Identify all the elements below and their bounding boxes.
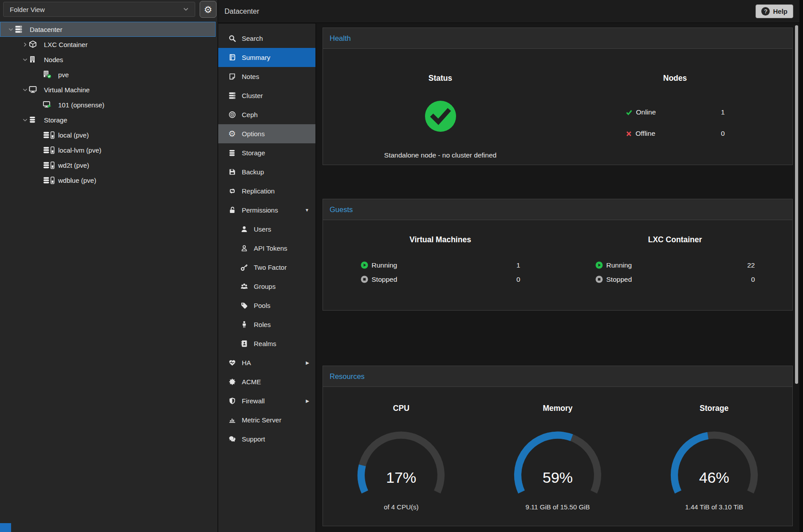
- tree-item-label: LXC Container: [44, 41, 87, 48]
- cube-icon: [29, 40, 37, 48]
- tree-item-label: Datacenter: [30, 26, 62, 33]
- menu-item-backup[interactable]: Backup: [218, 162, 315, 181]
- caret-right-icon: ▶: [306, 360, 309, 365]
- users-icon: [240, 283, 248, 290]
- tree-item-lxc-container[interactable]: LXC Container: [0, 37, 216, 52]
- menu-item-label: Search: [242, 35, 263, 42]
- help-button-label: Help: [773, 8, 787, 15]
- tree-item-storage[interactable]: Storage: [0, 112, 216, 127]
- menu-item-label: Options: [242, 130, 265, 138]
- menu-item-ha[interactable]: HA▶: [218, 353, 315, 372]
- menu-item-api-tokens[interactable]: API Tokens: [218, 239, 315, 258]
- status-message: Standalone node - no cluster defined: [323, 151, 558, 159]
- scrollbar-thumb[interactable]: [795, 25, 798, 384]
- corner-accent: [0, 523, 11, 532]
- gauge-storage: Storage 46%1.44 TiB of 3.10 TiB: [636, 387, 792, 526]
- view-selector-combo[interactable]: Folder View: [3, 2, 195, 17]
- tree-item-label: wd2t (pve): [58, 162, 89, 169]
- menu-item-label: Notes: [242, 73, 259, 80]
- menu-item-search[interactable]: Search: [218, 29, 315, 48]
- menu-item-cluster[interactable]: Cluster: [218, 86, 315, 105]
- menu-item-label: Metric Server: [242, 416, 281, 424]
- search-icon: [228, 35, 236, 42]
- menu-item-label: Storage: [242, 149, 265, 157]
- panel-guests: Guests Virtual MachinesRunning1Stopped0L…: [323, 199, 793, 311]
- tree-item-wdblue-pve[interactable]: wdblue (pve): [0, 173, 216, 188]
- storage-usage-icon: [43, 162, 55, 169]
- menu-item-users[interactable]: Users: [218, 220, 315, 239]
- menu-item-groups[interactable]: Groups: [218, 277, 315, 296]
- menu-item-metric-server[interactable]: Metric Server: [218, 410, 315, 430]
- chevron-down-icon[interactable]: [22, 87, 29, 93]
- menu-item-notes[interactable]: Notes: [218, 67, 315, 86]
- gauge-percent: 46%: [659, 469, 770, 486]
- chevron-down-icon[interactable]: [22, 117, 29, 123]
- menu-item-realms[interactable]: Realms: [218, 334, 315, 353]
- menu-item-label: Backup: [242, 168, 264, 176]
- menu-item-pools[interactable]: Pools: [218, 296, 315, 315]
- user-icon: [240, 225, 248, 233]
- menu-item-support[interactable]: Support: [218, 430, 315, 449]
- tree-item-local-lvm-pve[interactable]: local-lvm (pve): [0, 142, 216, 158]
- gauge-cpu: CPU 17%of 4 CPU(s): [323, 387, 480, 526]
- tree-item-nodes[interactable]: Nodes: [0, 52, 216, 67]
- menu-item-acme[interactable]: ACME: [218, 372, 315, 391]
- menu-item-firewall[interactable]: Firewall▶: [218, 391, 315, 410]
- tree-item-datacenter[interactable]: Datacenter: [0, 22, 216, 37]
- node-online-icon: [43, 71, 51, 79]
- menu-item-label: Cluster: [242, 92, 263, 99]
- tree-item-local-pve[interactable]: local (pve): [0, 127, 216, 142]
- window-edge: [799, 0, 803, 532]
- floppy-icon: [228, 168, 236, 176]
- menu-item-replication[interactable]: Replication: [218, 181, 315, 201]
- panel-title: Guests: [323, 199, 792, 220]
- storage-usage-icon: [43, 131, 55, 139]
- guest-row-running: Running22: [587, 258, 764, 272]
- book-icon: [228, 54, 236, 61]
- unlock-icon: [228, 206, 236, 214]
- chevron-down-icon[interactable]: [22, 57, 29, 63]
- menu-item-ceph[interactable]: Ceph: [218, 105, 315, 124]
- cross-icon: [626, 130, 632, 137]
- node-status-value: 0: [721, 130, 725, 138]
- menu-item-two-factor[interactable]: Two Factor: [218, 258, 315, 277]
- person-icon: [240, 321, 248, 328]
- help-button[interactable]: ? Help: [756, 4, 793, 18]
- menu-item-permissions[interactable]: Permissions▼: [218, 201, 315, 220]
- acme-icon: [228, 378, 236, 386]
- chevron-right-icon[interactable]: [22, 42, 29, 47]
- tree-item-pve[interactable]: pve: [0, 67, 216, 82]
- check-icon: [626, 109, 633, 116]
- tree-settings-button[interactable]: ⚙: [200, 1, 216, 18]
- menu-item-summary[interactable]: Summary: [218, 48, 315, 67]
- node-status-label: Offline: [636, 130, 656, 138]
- chevron-down-icon[interactable]: [8, 27, 15, 32]
- panel-health: Health Status Standalone node - no clust…: [323, 28, 793, 165]
- menu-item-label: Permissions: [242, 206, 278, 214]
- guest-column-virtual-machines: Virtual MachinesRunning1Stopped0: [323, 220, 558, 310]
- content-header-title: Datacenter: [224, 8, 259, 16]
- user-outline-icon: [240, 244, 248, 252]
- tree-item-virtual-machine[interactable]: Virtual Machine: [0, 82, 216, 97]
- play-circle-icon: [361, 261, 368, 269]
- tree-item-101-opnsense[interactable]: 101 (opnsense): [0, 97, 216, 112]
- menu-item-storage[interactable]: Storage: [218, 143, 315, 162]
- menu-item-label: Two Factor: [254, 264, 287, 271]
- summary-content: Health Status Standalone node - no clust…: [316, 23, 803, 532]
- stop-circle-icon: [361, 276, 368, 283]
- gauge-percent: 59%: [502, 469, 613, 486]
- node-status-value: 1: [721, 108, 725, 116]
- menu-item-label: Firewall: [242, 397, 265, 405]
- health-nodes-column: Nodes Online1Offline0: [558, 49, 792, 165]
- server-icon: [15, 25, 23, 33]
- gauge-arc: 17%: [346, 430, 457, 499]
- menu-item-options[interactable]: ⚙Options: [218, 124, 315, 143]
- comments-icon: [228, 435, 236, 443]
- gauge-sublabel: of 4 CPU(s): [323, 503, 480, 511]
- gauge-sublabel: 9.11 GiB of 15.50 GiB: [480, 503, 636, 511]
- gauge-percent: 17%: [346, 469, 457, 486]
- guest-column-heading: Virtual Machines: [323, 235, 558, 244]
- menu-item-roles[interactable]: Roles: [218, 315, 315, 334]
- tree-item-label: local-lvm (pve): [58, 146, 102, 154]
- tree-item-wd2t-pve[interactable]: wd2t (pve): [0, 158, 216, 173]
